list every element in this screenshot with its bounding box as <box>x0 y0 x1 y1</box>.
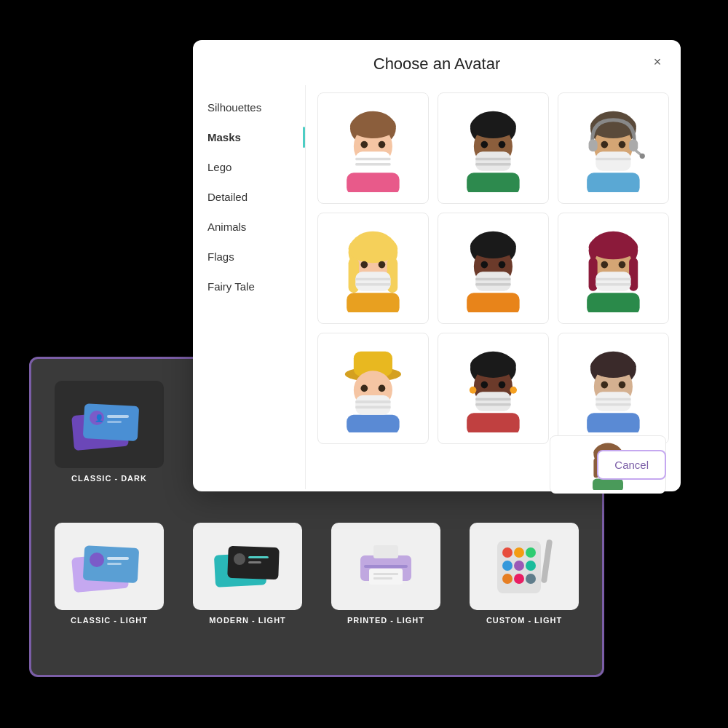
svg-rect-63 <box>355 163 390 166</box>
svg-rect-72 <box>475 163 510 166</box>
theme-custom-light-thumb <box>470 523 579 610</box>
avatar-1[interactable] <box>317 92 429 204</box>
svg-rect-43 <box>373 577 392 579</box>
svg-point-85 <box>601 141 609 149</box>
close-button[interactable]: × <box>647 52 668 72</box>
avatar-row-3 <box>317 333 669 444</box>
theme-custom-light[interactable]: CUSTOM - LIGHT <box>461 523 587 653</box>
avatar-6[interactable] <box>558 213 669 324</box>
svg-point-129 <box>470 353 516 378</box>
svg-point-96 <box>361 261 368 269</box>
category-flags[interactable]: Flags <box>193 242 305 272</box>
theme-classic-dark[interactable]: 👤 CLASSIC - DARK <box>46 381 173 511</box>
theme-modern-light-label: MODERN - LIGHT <box>209 616 286 625</box>
svg-rect-104 <box>475 283 510 286</box>
theme-classic-light[interactable]: CLASSIC - LIGHT <box>46 523 173 653</box>
category-animals[interactable]: Animals <box>193 212 305 242</box>
svg-rect-101 <box>467 293 519 312</box>
svg-rect-34 <box>107 563 122 565</box>
dialog-header: Choose an Avatar × <box>193 40 681 85</box>
svg-point-52 <box>526 561 536 571</box>
svg-rect-69 <box>467 173 519 192</box>
svg-rect-144 <box>596 403 630 406</box>
svg-point-131 <box>510 387 517 394</box>
theme-modern-light[interactable]: MODERN - LIGHT <box>184 523 311 653</box>
avatar-3[interactable] <box>558 92 669 204</box>
avatar-7[interactable] <box>317 333 429 444</box>
svg-rect-92 <box>347 293 399 312</box>
svg-point-68 <box>470 114 516 138</box>
svg-rect-135 <box>475 403 510 406</box>
cancel-button[interactable]: Cancel <box>597 450 666 480</box>
svg-rect-143 <box>596 398 630 401</box>
avatar-row-1 <box>317 92 669 204</box>
svg-point-47 <box>502 547 513 558</box>
svg-point-73 <box>481 141 488 149</box>
category-detailed[interactable]: Detailed <box>193 182 305 212</box>
theme-classic-light-thumb <box>55 523 164 610</box>
svg-rect-142 <box>596 392 630 411</box>
svg-point-145 <box>601 381 609 389</box>
svg-rect-39 <box>248 561 261 563</box>
svg-rect-56 <box>541 539 553 584</box>
svg-rect-70 <box>475 151 510 171</box>
theme-printed-light[interactable]: PRINTED - LIGHT <box>323 523 449 653</box>
svg-rect-132 <box>467 413 519 432</box>
svg-rect-124 <box>355 406 390 409</box>
avatar-2[interactable] <box>438 92 549 204</box>
svg-point-146 <box>619 381 626 389</box>
svg-rect-61 <box>355 151 390 171</box>
avatar-8[interactable] <box>438 333 549 444</box>
svg-rect-62 <box>355 158 390 161</box>
svg-rect-112 <box>587 293 639 312</box>
avatar-dialog: Choose an Avatar × Silhouettes Masks Leg… <box>193 40 681 491</box>
svg-rect-41 <box>369 569 403 585</box>
avatar-4[interactable] <box>317 213 429 324</box>
theme-classic-light-label: CLASSIC - LIGHT <box>71 616 148 625</box>
svg-rect-33 <box>107 557 129 560</box>
theme-modern-light-thumb <box>193 523 302 610</box>
category-fairy-tale[interactable]: Fairy Tale <box>193 272 305 301</box>
theme-classic-dark-label: CLASSIC - DARK <box>71 474 147 483</box>
svg-point-59 <box>350 114 396 138</box>
svg-rect-115 <box>596 283 630 286</box>
svg-rect-5 <box>107 421 122 423</box>
svg-rect-114 <box>596 278 630 281</box>
avatar-grid <box>306 85 681 489</box>
avatar-5[interactable] <box>438 213 549 324</box>
svg-point-37 <box>234 553 245 565</box>
svg-point-125 <box>361 385 368 392</box>
theme-printed-light-thumb <box>331 523 440 610</box>
category-masks[interactable]: Masks <box>193 122 305 152</box>
svg-rect-82 <box>587 173 639 192</box>
svg-rect-71 <box>475 158 510 161</box>
avatar-9[interactable] <box>558 333 669 444</box>
svg-rect-42 <box>373 573 398 575</box>
svg-point-81 <box>640 154 645 159</box>
category-lego[interactable]: Lego <box>193 152 305 182</box>
svg-point-136 <box>481 381 488 389</box>
svg-point-130 <box>470 387 477 394</box>
svg-rect-84 <box>596 158 630 161</box>
svg-point-105 <box>481 261 488 269</box>
svg-rect-152 <box>593 479 623 490</box>
svg-point-137 <box>499 381 506 389</box>
svg-point-100 <box>470 234 516 258</box>
svg-rect-95 <box>355 283 390 286</box>
svg-point-97 <box>379 261 386 269</box>
svg-rect-44 <box>373 545 398 558</box>
svg-rect-103 <box>475 278 510 281</box>
svg-rect-113 <box>596 272 630 291</box>
category-silhouettes[interactable]: Silhouettes <box>193 92 305 122</box>
svg-rect-122 <box>355 395 390 415</box>
svg-point-51 <box>514 561 524 571</box>
svg-rect-45 <box>364 565 408 568</box>
svg-point-109 <box>589 235 638 260</box>
svg-rect-38 <box>248 556 269 558</box>
category-list: Silhouettes Masks Lego Detailed Animals … <box>193 85 306 489</box>
svg-point-48 <box>514 547 524 558</box>
svg-point-32 <box>90 553 104 567</box>
svg-point-86 <box>619 141 626 149</box>
svg-rect-4 <box>107 415 129 418</box>
svg-rect-133 <box>475 392 510 411</box>
